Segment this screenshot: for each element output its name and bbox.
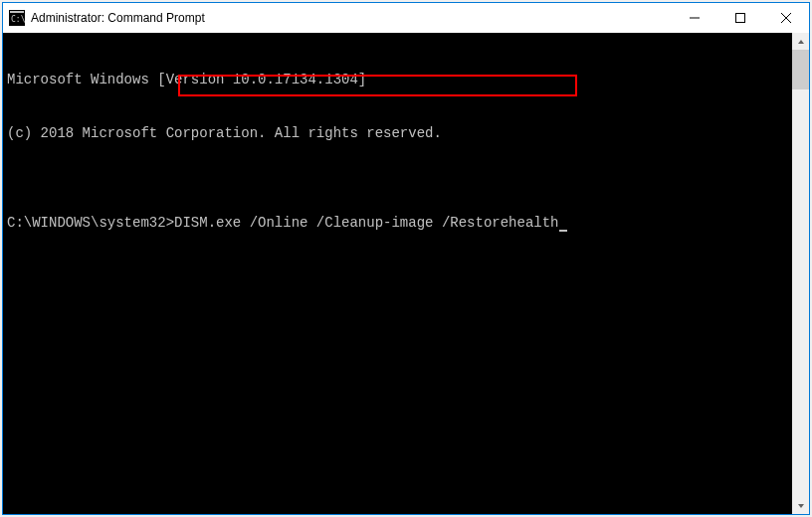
- terminal-prompt: C:\WINDOWS\system32>: [7, 215, 174, 231]
- svg-text:C:\: C:\: [11, 15, 25, 24]
- window-title: Administrator: Command Prompt: [31, 11, 672, 25]
- terminal-line: Microsoft Windows [Version 10.0.17134.13…: [7, 71, 788, 88]
- terminal-cursor: [559, 230, 567, 232]
- scrollbar-thumb[interactable]: [792, 50, 809, 89]
- vertical-scrollbar[interactable]: [792, 33, 809, 514]
- minimize-button[interactable]: [672, 3, 717, 33]
- terminal-output[interactable]: Microsoft Windows [Version 10.0.17134.13…: [3, 33, 792, 514]
- svg-rect-1: [10, 11, 24, 13]
- scrollbar-down-button[interactable]: [792, 497, 809, 514]
- scrollbar-up-button[interactable]: [792, 33, 809, 50]
- svg-rect-4: [736, 14, 745, 23]
- window-controls: [672, 3, 809, 33]
- content-area: Microsoft Windows [Version 10.0.17134.13…: [3, 33, 809, 514]
- titlebar[interactable]: C:\ Administrator: Command Prompt: [3, 3, 809, 33]
- close-button[interactable]: [763, 3, 809, 33]
- terminal-prompt-line: C:\WINDOWS\system32>DISM.exe /Online /Cl…: [7, 214, 788, 232]
- command-prompt-window: C:\ Administrator: Command Prompt Micros…: [2, 2, 810, 515]
- terminal-command: DISM.exe /Online /Cleanup-image /Restore…: [174, 215, 558, 231]
- cmd-icon: C:\: [9, 10, 25, 26]
- terminal-line: (c) 2018 Microsoft Corporation. All righ…: [7, 124, 788, 142]
- scrollbar-track[interactable]: [792, 50, 809, 497]
- maximize-button[interactable]: [717, 3, 763, 33]
